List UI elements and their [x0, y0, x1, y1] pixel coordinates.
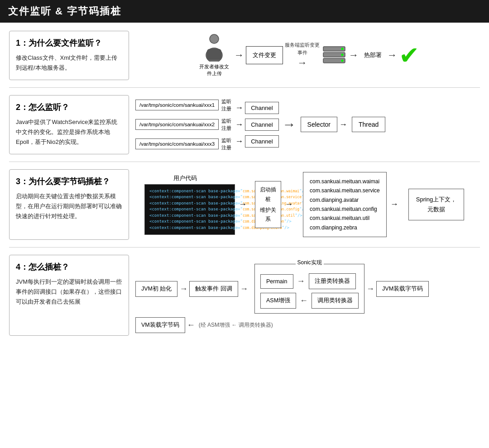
diagram1: 开发者修改文件上传 → 文件变更 服务端监听变更 事件 →: [135, 33, 480, 77]
path-row-3: /var/tmp/sonic/com/sankuai/xxx3 监听 注册: [135, 137, 232, 152]
section1-diagram: 开发者修改文件上传 → 文件变更 服务端监听变更 事件 →: [135, 31, 480, 80]
register-text-3: 注册: [221, 144, 231, 152]
path-row-1: /var/tmp/sonic/com/sankuai/xxx1 监听 注册: [135, 98, 232, 113]
server-icon-group: [321, 45, 347, 66]
register-3: 监听 注册: [221, 137, 231, 152]
section2-desc: Java中提供了WatchService来监控系统中文件的变化。监控是操作系统本…: [16, 117, 122, 147]
path-box-3: /var/tmp/sonic/com/sankuai/xxx3: [135, 138, 219, 149]
section3-row: 3：为什么要字节码插桩？ 启动期间在关键位置去维护数据关系模型，在用户在运行期间…: [9, 169, 480, 240]
big-arrow-selector: →: [283, 117, 296, 132]
developer-person: 开发者修改文件上传: [196, 33, 232, 77]
section2-title: 2：怎么监听？: [16, 102, 122, 113]
code-block: <context:component-scan base-package="co…: [144, 184, 235, 235]
hot-deploy-label: 热部署: [364, 51, 382, 59]
register-text-1: 注册: [221, 105, 231, 113]
user-code-label: 用户代码: [173, 174, 197, 182]
listen-3: 监听: [221, 137, 231, 144]
channels-column: → Channel → Channel → Channel: [235, 102, 278, 148]
checkmark-icon: ✔: [399, 43, 419, 67]
arrow1: →: [232, 49, 246, 61]
pkg-6: com.dianping.zebra: [310, 223, 380, 232]
server-label2: 事件: [297, 49, 307, 56]
page-title: 文件监听 & 字节码插桩: [8, 5, 121, 17]
arrow4: →: [385, 49, 399, 61]
diagram3-container: 用户代码 <context:component-scan base-packag…: [135, 172, 480, 237]
section3-desc: 启动期间在关键位置去维护数据关系模型，在用户在运行期间热部署时可以准确快速的进行…: [16, 191, 122, 221]
page-wrapper: 文件监听 & 字节码插桩 1：为什么要文件监听？ 修改Class文件、Xml文件…: [0, 0, 489, 448]
register-converter-box: 注册类转换器: [309, 273, 356, 289]
section1-title: 1：为什么要文件监听？: [16, 38, 122, 48]
path-row-2: /var/tmp/sonic/com/sankuai/xxx2 监听 注册: [135, 117, 232, 132]
sonic-bottom: ASM增强 ← 调用类转换器: [260, 293, 359, 309]
invoke-converter-box: 调用类转换器: [312, 293, 359, 309]
code-label-group: 用户代码 <context:component-scan base-packag…: [135, 174, 235, 235]
section4-row: 4：怎么插桩？ JVM每执行到一定的逻辑时就会调用一些事件的回调接口（如果存在）…: [9, 255, 480, 336]
trigger-box: 触发事件 回调: [189, 281, 238, 297]
section4-left: 4：怎么插桩？ JVM每执行到一定的逻辑时就会调用一些事件的回调接口（如果存在）…: [9, 255, 129, 336]
start-label: 启动插桩: [260, 185, 276, 204]
section3-title: 3：为什么要字节码插桩？: [16, 176, 122, 187]
start-maintain-box: 启动插桩 维护关系: [255, 181, 281, 228]
server-label: 服务端监听变更: [285, 42, 320, 48]
jvm-load-box: JVM装载字节码: [376, 281, 429, 297]
jvm-init-box: JVM初 始化: [135, 281, 177, 297]
sonic-top: Permain → 注册类转换器: [260, 273, 359, 289]
arrow-to-thread: →: [339, 120, 347, 129]
path-box-2: /var/tmp/sonic/com/sankuai/xxx2: [135, 119, 219, 130]
section1-left: 1：为什么要文件监听？ 修改Class文件、Xml文件时，需要上传到远程/本地服…: [9, 31, 129, 80]
d4-arrow6: ←: [185, 320, 197, 330]
page-header: 文件监听 & 字节码插桩: [0, 0, 489, 23]
maintain-label: 维护关系: [260, 205, 276, 224]
sonic-group: Sonic实现 Permain → 注册类转换器 ASM增强 ←: [254, 264, 364, 314]
svg-point-7: [341, 54, 344, 56]
svg-rect-2: [207, 49, 221, 60]
developer-label: 开发者修改文件上传: [199, 63, 229, 77]
register-2: 监听 注册: [221, 117, 231, 132]
ch-row-2: → Channel: [235, 119, 278, 131]
channel-box-2: Channel: [245, 119, 278, 131]
register-text-2: 注册: [221, 124, 231, 132]
jvm-init-label: JVM初 始化: [141, 286, 172, 292]
section4-diagram: JVM初 始化 → 触发事件 回调 → Sonic实现 Perma: [135, 255, 480, 336]
sonic-label: Sonic实现: [296, 259, 324, 267]
section1-desc: 修改Class文件、Xml文件时，需要上传到远程/本地服务器。: [16, 53, 122, 73]
permain-box: Permain: [260, 274, 293, 289]
separator3: [9, 247, 480, 248]
ch-row-1: → Channel: [235, 102, 278, 114]
sonic-bottom-note: (经 ASM增强 ← 调用类转换器): [199, 321, 273, 329]
d4-top-row: JVM初 始化 → 触发事件 回调 → Sonic实现 Perma: [135, 264, 480, 314]
section3-diagram: 用户代码 <context:component-scan base-packag…: [135, 169, 480, 240]
section2-diagram: /var/tmp/sonic/com/sankuai/xxx1 监听 注册 /v…: [135, 95, 480, 154]
path-box-1: /var/tmp/sonic/com/sankuai/xxx1: [135, 100, 219, 110]
section2-row: 2：怎么监听？ Java中提供了WatchService来监控系统中文件的变化。…: [9, 95, 480, 154]
d4-arrow5: →: [364, 284, 376, 294]
separator1: [9, 87, 480, 88]
section2-left: 2：怎么监听？ Java中提供了WatchService来监控系统中文件的变化。…: [9, 95, 129, 154]
section4-desc: JVM每执行到一定的逻辑时就会调用一些事件的回调接口（如果存在），这些接口可以由…: [16, 277, 122, 307]
svg-point-0: [210, 34, 219, 43]
trigger-label: 触发事件 回调: [195, 286, 232, 292]
file-change-box: 文件变更: [246, 46, 283, 64]
d4-arrow1: →: [177, 284, 189, 294]
pkg-4: com.sankuai.meituan.config: [310, 205, 380, 214]
asm-box: ASM增强: [260, 293, 296, 309]
arrow2: 服务端监听变更 事件 →: [283, 42, 321, 69]
pkg-3: com.dianping.avatar: [310, 195, 380, 205]
spring-label: Spring上下文，元数据: [416, 196, 457, 213]
pkg-2: com.sankuai.meituan.service: [310, 186, 380, 195]
channel-box-1: Channel: [245, 102, 278, 114]
sonic-inner: Permain → 注册类转换器 ASM增强 ← 调用类转换器: [260, 273, 359, 309]
d4-arrow2: →: [238, 284, 250, 294]
arrow3: →: [347, 49, 360, 61]
channel-box-3: Channel: [245, 135, 278, 148]
section1-row: 1：为什么要文件监听？ 修改Class文件、Xml文件时，需要上传到远程/本地服…: [9, 31, 480, 80]
vm-load-box: VM装载字节码: [135, 317, 185, 333]
diagram2-container: /var/tmp/sonic/com/sankuai/xxx1 监听 注册 /v…: [135, 98, 480, 152]
thread-box: Thread: [352, 117, 385, 132]
listen-1: 监听: [221, 98, 231, 105]
svg-point-8: [341, 60, 344, 62]
paths-column: /var/tmp/sonic/com/sankuai/xxx1 监听 注册 /v…: [135, 98, 232, 152]
separator2: [9, 162, 480, 162]
pkg-1: com.sankuai.meituan.waimai: [310, 177, 380, 186]
svg-point-6: [341, 48, 344, 50]
